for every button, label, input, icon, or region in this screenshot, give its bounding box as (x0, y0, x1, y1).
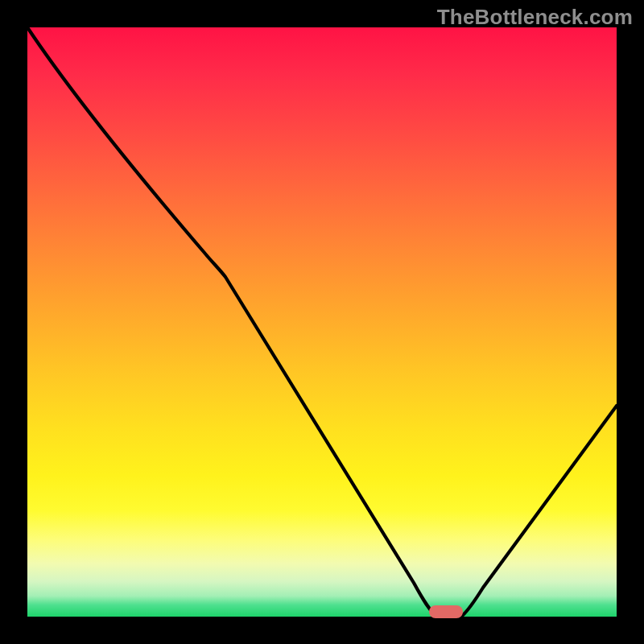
watermark-text: TheBottleneck.com (437, 5, 633, 30)
plot-area (27, 27, 617, 617)
optimal-marker (429, 605, 463, 618)
curve-svg (27, 27, 617, 617)
bottleneck-curve-path (27, 27, 617, 616)
chart-frame: TheBottleneck.com (0, 0, 644, 644)
